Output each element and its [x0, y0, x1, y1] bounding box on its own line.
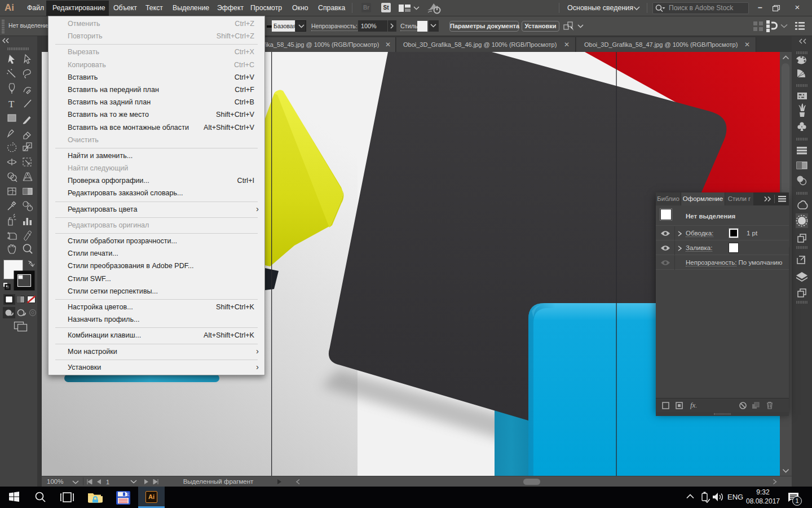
svg-text:T: T [8, 99, 15, 110]
svg-text:E: E [126, 492, 129, 497]
svg-text:1: 1 [106, 479, 109, 484]
